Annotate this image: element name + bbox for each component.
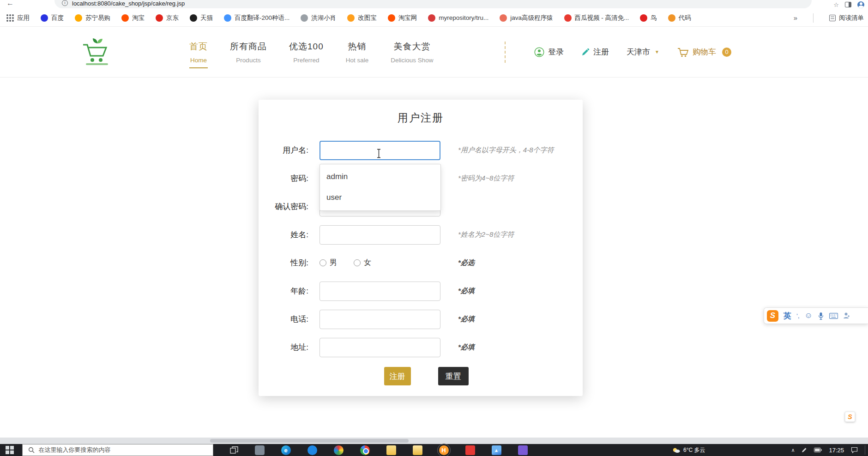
show-desktop-strip[interactable] [865, 445, 865, 455]
keyboard-icon[interactable] [829, 313, 838, 319]
gender-option-female[interactable]: 女 [354, 258, 371, 268]
hbuilder-icon-active[interactable]: H [439, 445, 449, 455]
radio-icon[interactable] [319, 259, 326, 266]
red-app-icon[interactable] [465, 445, 475, 455]
confirm-password-label: 确认密码: [259, 201, 319, 212]
bookmark-label: 鸟 [651, 14, 657, 22]
name-input[interactable] [319, 225, 440, 245]
nav-item-products[interactable]: 所有商品 Products [230, 41, 267, 64]
folder-icon[interactable] [413, 445, 422, 455]
bookmark-item[interactable]: 鸟 [640, 14, 657, 22]
scrollbar-thumb[interactable] [210, 439, 409, 443]
bookmark-item[interactable]: 代码 [668, 14, 691, 22]
bookmark-favicon [388, 14, 395, 22]
autocomplete-option-user[interactable]: user [320, 187, 440, 208]
bookmark-item[interactable]: 百度 [41, 14, 64, 22]
clock[interactable]: 17:25 [829, 447, 844, 454]
ime-punctuation-toggle[interactable]: ’, [796, 312, 800, 319]
login-button[interactable]: 登录 [534, 47, 564, 57]
page-info-icon[interactable]: i [62, 0, 68, 6]
bookmark-label: 西瓜视频 - 高清免... [575, 14, 629, 22]
bookmark-label: java高级程序猿 [510, 14, 553, 22]
ime-language-mode[interactable]: 英 [784, 311, 791, 321]
chrome-icon[interactable] [360, 445, 370, 455]
form-row-address: 地址: *必填 [259, 333, 583, 361]
site-logo[interactable] [77, 36, 117, 68]
bookmark-item[interactable]: 苏宁易购 [75, 14, 110, 22]
register-button[interactable]: 注册 [581, 47, 609, 57]
taskbar-apps: e H ▲ [230, 445, 528, 455]
bookmark-item[interactable]: 改图宝 [347, 14, 377, 22]
city-selector[interactable]: 天津市 ▼ [627, 47, 659, 57]
nav-item-home[interactable]: 首页 Home [189, 41, 208, 64]
file-explorer-icon[interactable] [386, 445, 396, 455]
bookmark-label: 百度 [51, 14, 64, 22]
register-submit-button[interactable]: 注册 [384, 367, 411, 385]
horizontal-scrollbar[interactable] [0, 438, 868, 444]
reset-button[interactable]: 重置 [438, 367, 469, 385]
bookmark-item[interactable]: 淘宝网 [388, 14, 417, 22]
action-center-icon[interactable] [851, 447, 858, 453]
address-input[interactable] [319, 338, 440, 357]
bookmark-item[interactable]: 洪湖小肖 [301, 14, 336, 22]
start-button[interactable] [6, 446, 14, 454]
blue-app-icon[interactable] [307, 445, 317, 455]
bookmarks-overflow-chevron[interactable]: » [794, 14, 797, 22]
purple-app-icon[interactable] [518, 445, 528, 455]
nav-item-delicious-show[interactable]: 美食大赏 Delicious Show [391, 41, 433, 64]
microphone-icon[interactable] [818, 312, 824, 320]
bookmark-item[interactable]: 京东 [156, 14, 179, 22]
browser-toolbar: ← i localhost:8080/cake_shop/jsp/cake/re… [0, 0, 868, 9]
bookmark-star-icon[interactable]: ☆ [833, 1, 839, 8]
gender-option-male[interactable]: 男 [319, 258, 337, 268]
bookmark-item[interactable]: 西瓜视频 - 高清免... [564, 14, 629, 22]
emoji-icon[interactable]: ☺ [805, 311, 813, 320]
back-icon[interactable]: ← [6, 0, 14, 7]
gray-app-icon[interactable] [255, 445, 265, 455]
bookmark-favicon [640, 14, 647, 22]
gender-male-label: 男 [330, 258, 337, 268]
form-row-username: 用户名: admin user *用户名以字母开头，4-8个字符 [259, 136, 583, 164]
address-bar[interactable]: i localhost:8080/cake_shop/jsp/cake/reg.… [54, 0, 812, 8]
photos-icon[interactable]: ▲ [492, 445, 501, 455]
bookmark-item[interactable]: 百度翻译-200种语... [224, 14, 289, 22]
ime-person-icon[interactable] [843, 312, 850, 319]
sogou-mini-icon[interactable]: S [845, 412, 855, 422]
sogou-logo-icon[interactable]: S [767, 310, 778, 322]
nav-item-hot-sale[interactable]: 热销 Hot sale [346, 41, 369, 64]
side-panel-icon[interactable] [845, 2, 851, 7]
taskbar-weather[interactable]: 6°C 多云 [672, 444, 705, 456]
form-row-age: 年龄: *必填 [259, 277, 583, 305]
radio-icon[interactable] [354, 259, 361, 266]
taskbar-search[interactable]: 在这里输入你要搜索的内容 [22, 444, 213, 456]
bookmark-item[interactable]: 淘宝 [121, 14, 145, 22]
cart-button[interactable]: 购物车 0 [677, 47, 731, 58]
nav-zh-label: 优选100 [289, 41, 324, 53]
nav-zh-label: 首页 [189, 41, 208, 53]
bookmark-item[interactable]: myrepository/tru... [428, 14, 488, 22]
bookmark-favicon [224, 14, 231, 22]
name-label: 姓名: [259, 229, 319, 240]
autocomplete-option-admin[interactable]: admin [320, 167, 440, 187]
profile-avatar[interactable] [857, 1, 864, 8]
tray-chevron-up-icon[interactable]: ∧ [791, 447, 795, 453]
reading-list-button[interactable]: 阅读清单 [829, 14, 868, 22]
bookmark-item[interactable]: java高级程序猿 [500, 14, 553, 22]
phone-input[interactable] [319, 310, 440, 329]
header-actions: 登录 注册 天津市 ▼ 购物车 0 [505, 42, 731, 63]
task-view-icon[interactable] [230, 446, 238, 454]
bookmark-favicon [41, 14, 48, 22]
nav-item-preferred[interactable]: 优选100 Preferred [289, 41, 324, 64]
bookmark-label: 苏宁易购 [85, 14, 110, 22]
colorful-browser-icon[interactable] [334, 445, 344, 455]
bookmark-favicon [190, 14, 197, 22]
pen-tray-icon[interactable] [802, 447, 807, 453]
battery-icon[interactable] [814, 448, 822, 452]
bookmark-item[interactable]: 天猫 [190, 14, 213, 22]
apps-shortcut[interactable]: 应用 [6, 14, 30, 22]
edge-browser-icon[interactable]: e [281, 445, 291, 455]
username-hint: *用户名以字母开头，4-8个字符 [458, 146, 554, 155]
age-input[interactable] [319, 282, 440, 301]
cart-count-badge: 0 [722, 48, 731, 57]
city-label: 天津市 [627, 47, 650, 57]
